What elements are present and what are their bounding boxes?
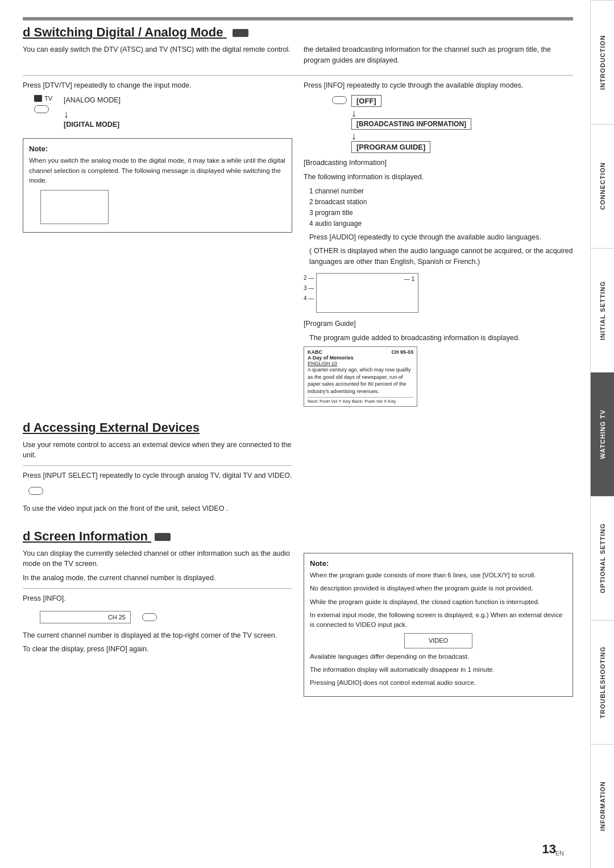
press-audio-text: Press [AUDIO] repeatedly to cycle throug…	[309, 232, 573, 243]
program-guide-label: [PROGRAM GUIDE]	[351, 141, 430, 153]
note-item-2: While the program guide is displayed, th…	[310, 597, 567, 607]
note-label-switching: Note:	[29, 143, 286, 155]
num-4: 4 —	[304, 294, 314, 304]
note-item-0: When the program guide consists of more …	[310, 571, 567, 580]
switching-note-box: Note: When you switch the analog mode to…	[23, 138, 292, 233]
note-item-1: No description provided is displayed whe…	[310, 584, 567, 593]
sidebar-tab-optional-setting: OPTIONAL SETTING	[591, 496, 614, 620]
screen-info-main: You can display the currently selected c…	[23, 548, 573, 701]
sidebar-tab-watching-tv: WATCHING TV	[591, 372, 614, 496]
ch-screen-display: CH 25	[40, 611, 131, 623]
remote-button-info	[142, 613, 157, 621]
press-info-text: Press [INFO].	[23, 593, 292, 604]
info-item-3: 3 program title	[309, 208, 573, 218]
ch-display-text: CH 25	[108, 614, 126, 621]
screen-info-heading: d Screen Information	[23, 529, 573, 544]
switching-body-right: the detailed broadcasting information fo…	[304, 44, 573, 66]
program-guide-desc: The program guide added to broadcasting …	[309, 333, 573, 344]
clear-display-text: To clear the display, press [INFO] again…	[23, 644, 292, 655]
accessing-divider	[23, 465, 292, 466]
remote-button-input	[28, 487, 43, 495]
program-header: KABC CH 95-03	[308, 349, 413, 355]
num-1-label: — 1	[404, 276, 414, 282]
input-btn-area	[28, 486, 292, 498]
analog-note-text: In the analog mode, the current channel …	[23, 573, 292, 584]
accessing-left: Use your remote control to access an ext…	[23, 440, 292, 518]
screen-info-right: Note: When the program guide consists of…	[304, 548, 573, 701]
program-title: A Day of Memories	[308, 355, 413, 361]
program-ch: CH 95-03	[391, 349, 413, 355]
ch-screen-mock-area: CH 25	[23, 609, 131, 626]
program-station: KABC	[308, 349, 322, 355]
broadcasting-label: [BROADCASTING INFORMATION]	[351, 118, 471, 130]
section-accessing: d Accessing External Devices Use your re…	[23, 420, 573, 518]
program-footer: Next: Push Vol Y Key Back: Push Vol X Ke…	[308, 397, 413, 404]
note-text-switching: When you switch the analog mode to the d…	[29, 156, 286, 185]
display-mode-diagram: [OFF] ↓ [BROADCASTING INFORMATION] ↓ [PR…	[332, 95, 573, 153]
black-rect-decoration	[233, 29, 248, 37]
off-btn-area	[332, 95, 347, 107]
section-screen-info: d Screen Information You can display the…	[23, 529, 573, 701]
accessing-body: Use your remote control to access an ext…	[23, 440, 292, 461]
screen-info-body: You can display the currently selected c…	[23, 548, 292, 570]
sidebar-tab-information: INFORMATION	[591, 744, 614, 868]
press-info-cycle-text: Press [INFO] repeatedly to cycle through…	[304, 80, 573, 91]
switching-left-col: Press [DTV/TV] repeatedly to change the …	[23, 80, 292, 409]
note-item-4: Available languages differ depending on …	[310, 652, 567, 662]
sidebar-tab-troubleshooting: TROUBLESHOOTING	[591, 620, 614, 744]
broadcast-display: — 1	[316, 273, 418, 313]
sidebar-tab-introduction: INTRODUCTION	[591, 0, 614, 124]
note-item-3: In external input mode, the following sc…	[310, 610, 567, 630]
following-info: The following information is displayed.	[304, 172, 573, 183]
page-container: d Switching Digital / Analog Mode You ca…	[0, 0, 614, 868]
screen-info-left: You can display the currently selected c…	[23, 548, 292, 701]
down-arrow-1: ↓	[64, 109, 121, 119]
broadcast-screen-area: 2 — 3 — 4 — — 1	[304, 271, 573, 315]
screen-info-note-box: Note: When the program guide consists of…	[304, 553, 573, 697]
sidebar-tab-initial-setting: INITIAL SETTING	[591, 248, 614, 372]
page-number: 13	[542, 842, 556, 857]
switching-heading: d Switching Digital / Analog Mode	[23, 25, 573, 40]
accessing-main: Use your remote control to access an ext…	[23, 440, 573, 518]
accessing-right	[304, 440, 573, 518]
video-note-text: To use the video input jack on the front…	[23, 503, 292, 514]
other-note-text: ( OTHER is displayed when the audio lang…	[309, 246, 573, 267]
num-3: 3 —	[304, 283, 314, 294]
note-item-5: The information display will automatical…	[310, 665, 567, 675]
down-arrow-2: ↓	[351, 108, 471, 118]
program-guide-screen: KABC CH 95-03 A Day of Memories ENGLISH …	[304, 346, 417, 406]
off-label: [OFF]	[351, 95, 381, 107]
switching-right-col: Press [INFO] repeatedly to cycle through…	[304, 80, 573, 409]
sidebar-tab-connection: CONNECTION	[591, 124, 614, 248]
mode-arrows: [ANALOG MODE] ↓ [DIGITAL MODE]	[64, 95, 121, 134]
current-ch-desc: The current channel number is displayed …	[23, 630, 292, 641]
program-body: A quarter-century ago, which may now qua…	[308, 366, 413, 395]
press-input-text: Press [INPUT SELECT] repeatedly to cycle…	[23, 470, 292, 481]
broadcasting-info-label: [Broadcasting Information]	[304, 158, 573, 168]
num-2: 2 —	[304, 273, 314, 283]
switching-main: Press [DTV/TV] repeatedly to change the …	[23, 80, 573, 409]
note-label-screen: Note:	[310, 558, 567, 569]
switching-intro-left: You can easily switch the DTV (ATSC) and…	[23, 44, 292, 69]
display-mode-list: [OFF] ↓ [BROADCASTING INFORMATION] ↓ [PR…	[351, 95, 471, 153]
info-item-1: 1 channel number	[309, 186, 573, 197]
screen-info-divider	[23, 588, 292, 589]
accessing-heading: d Accessing External Devices	[23, 420, 573, 435]
remote-button-off	[332, 96, 347, 104]
video-screen-display: VIDEO	[404, 633, 472, 648]
switching-divider	[23, 75, 573, 76]
top-bar	[23, 17, 573, 20]
info-item-4: 4 audio language	[309, 218, 573, 229]
info-item-2: 2 broadcast station	[309, 197, 573, 208]
analog-mode-label: [ANALOG MODE]	[64, 95, 121, 106]
remote-button-icon	[34, 105, 49, 113]
mode-diagram: TV [ANALOG MODE] ↓ [DIGITAL MODE]	[34, 95, 292, 134]
down-arrow-3: ↓	[351, 131, 471, 141]
switching-intro-right: the detailed broadcasting information fo…	[304, 44, 573, 69]
broadcast-screen-mock: — 1	[316, 271, 418, 315]
note-item-6: Pressing [AUDIO] does not control extern…	[310, 678, 567, 688]
num-labels-area: 2 — 3 — 4 —	[304, 271, 314, 304]
program-guide-label2: [Program Guide]	[304, 319, 573, 329]
main-content: d Switching Digital / Analog Mode You ca…	[0, 0, 590, 868]
switching-intro: You can easily switch the DTV (ATSC) and…	[23, 44, 573, 69]
